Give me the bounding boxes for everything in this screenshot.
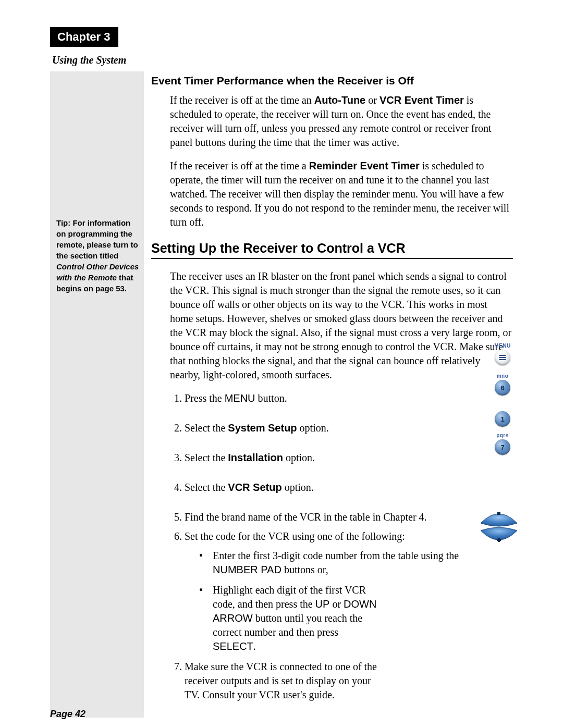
key-select: SELECT bbox=[213, 640, 253, 652]
key-up: UP bbox=[315, 598, 330, 610]
text: Select the bbox=[185, 422, 228, 434]
page-number: Page 42 bbox=[50, 709, 85, 720]
bold-vcr-setup: VCR Setup bbox=[228, 482, 282, 493]
text: . bbox=[253, 640, 256, 652]
remote-arrow-pad-icon bbox=[475, 503, 522, 550]
remote-blank-label bbox=[492, 404, 513, 410]
text: option. bbox=[297, 422, 329, 434]
bold-reminder-event-timer: Reminder Event Timer bbox=[309, 160, 420, 171]
chapter-label: Chapter 3 bbox=[50, 27, 118, 47]
text: option. bbox=[283, 452, 315, 463]
text: Press the bbox=[185, 392, 225, 404]
sidebar-tip: Tip: For information on programming the … bbox=[50, 71, 144, 718]
svg-rect-0 bbox=[497, 512, 500, 515]
bold-system-setup: System Setup bbox=[228, 422, 297, 434]
text: If the receiver is off at the time a bbox=[170, 160, 309, 171]
step-6-sublist: Enter the first 3-digit code number from… bbox=[185, 549, 466, 653]
text: Set the code for the VCR using one of th… bbox=[185, 530, 405, 542]
remote-6-button-icon: mno 6 bbox=[492, 373, 513, 396]
remote-mno-label: mno bbox=[492, 373, 513, 379]
tip-text-prefix: Tip: For information on programming the … bbox=[56, 218, 138, 260]
step-4: Select the VCR Setup option. bbox=[185, 480, 513, 495]
step-7: Make sure the VCR is connected to one of… bbox=[185, 660, 513, 702]
remote-menu-label: MENU bbox=[492, 343, 513, 349]
remote-1-button-icon: 1 bbox=[492, 404, 513, 427]
svg-rect-2 bbox=[497, 539, 501, 541]
remote-7-button-icon: pqrs 7 bbox=[492, 433, 513, 455]
heading-setting-up-vcr: Setting Up the Receiver to Control a VCR bbox=[151, 241, 513, 259]
digit-7-icon: 7 bbox=[495, 439, 510, 455]
para-event-timer-1: If the receiver is off at the time an Au… bbox=[170, 93, 513, 150]
text: Select the bbox=[185, 482, 228, 493]
digit-1-icon: 1 bbox=[495, 411, 510, 427]
text: button. bbox=[255, 392, 287, 404]
content-columns: Tip: For information on programming the … bbox=[50, 71, 513, 718]
text: Enter the first 3-digit code number from… bbox=[213, 550, 459, 561]
text: option. bbox=[282, 482, 314, 493]
step-2: Select the System Setup option. bbox=[185, 421, 513, 435]
step-5: Find the brand name of the VCR in the ta… bbox=[185, 510, 513, 524]
text: or bbox=[365, 94, 380, 106]
text: Select the bbox=[185, 452, 228, 463]
bold-vcr-event-timer: VCR Event Timer bbox=[380, 94, 464, 106]
text: or bbox=[329, 598, 344, 610]
heading-event-timer: Event Timer Performance when the Receive… bbox=[151, 75, 513, 87]
main-content: Event Timer Performance when the Receive… bbox=[149, 71, 513, 718]
text: If the receiver is off at the time an bbox=[170, 94, 314, 106]
step-1: Press the MENU button. bbox=[185, 391, 513, 405]
para-event-timer-2: If the receiver is off at the time a Rem… bbox=[170, 159, 513, 229]
text: buttons or, bbox=[282, 564, 328, 575]
bold-auto-tune: Auto-Tune bbox=[314, 94, 366, 106]
manual-page: Chapter 3 Using the System Tip: For info… bbox=[0, 0, 563, 728]
digit: 1 bbox=[500, 415, 504, 423]
para-ir-blaster: The receiver uses an IR blaster on the f… bbox=[170, 269, 513, 382]
digit: 6 bbox=[500, 384, 504, 392]
digit-6-icon: 6 bbox=[495, 380, 510, 396]
key-menu: MENU bbox=[225, 392, 255, 404]
menu-icon bbox=[495, 350, 510, 365]
section-context: Using the System bbox=[52, 54, 513, 66]
remote-menu-button-icon: MENU bbox=[492, 343, 513, 365]
step-6-bullet-1: Enter the first 3-digit code number from… bbox=[199, 549, 466, 577]
steps-list: Press the MENU button. Select the System… bbox=[170, 391, 513, 702]
step-3: Select the Installation option. bbox=[185, 451, 513, 465]
bold-installation: Installation bbox=[228, 452, 283, 463]
step-6: Set the code for the VCR using one of th… bbox=[185, 529, 513, 653]
key-number-pad: NUMBER PAD bbox=[213, 564, 282, 575]
digit: 7 bbox=[500, 443, 504, 451]
step-6-bullet-2: Highlight each digit of the first VCR co… bbox=[199, 583, 466, 653]
remote-pqrs-label: pqrs bbox=[492, 433, 513, 438]
